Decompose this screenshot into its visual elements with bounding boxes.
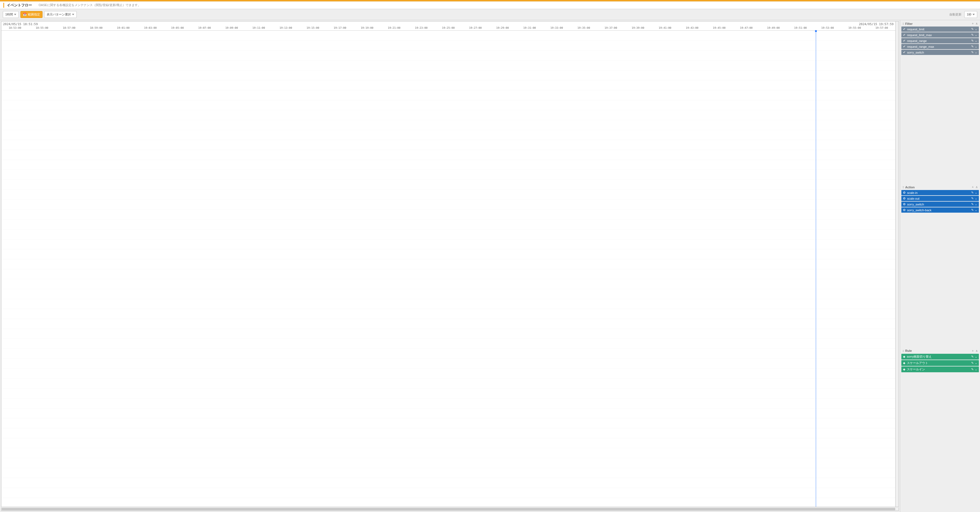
add-icon[interactable]: + — [972, 185, 974, 188]
action-panel: ::: Action + ∧ ✿scale-in✎⌄✿scale-out✎⌄✿s… — [901, 185, 979, 347]
filter-item[interactable]: ✔request_range_max✎⌄ — [901, 44, 979, 49]
filter-item[interactable]: ✔sorry_switch✎⌄ — [901, 50, 979, 55]
timeline-tick: 19:11:00 — [253, 26, 265, 29]
chevron-down-icon[interactable]: ⌄ — [975, 51, 977, 54]
collapse-icon[interactable]: ∧ — [975, 22, 978, 25]
chevron-down-icon[interactable]: ⌄ — [975, 208, 977, 212]
chevron-down-icon[interactable]: ⌄ — [975, 191, 977, 194]
timeline-tick: 19:47:00 — [740, 26, 752, 29]
timeline[interactable]: 2024/05/15 18:51:59 2024/05/15 19:57:59 … — [1, 21, 896, 507]
rule-item[interactable]: ◆sorry画面切り替え✎⌄ — [901, 354, 979, 360]
timeline-tick: 18:55:00 — [36, 26, 48, 29]
timeline-pane: 2024/05/15 18:51:59 2024/05/15 19:57:59 … — [0, 20, 900, 512]
chevron-down-icon[interactable]: ⌄ — [975, 27, 977, 31]
rule-item-label: スケールアウト — [907, 361, 969, 365]
edit-icon[interactable]: ✎ — [971, 368, 974, 371]
filter-panel-header[interactable]: ::: Filter + ∧ — [901, 21, 979, 26]
timeline-tick: 19:05:00 — [171, 26, 184, 29]
collapse-icon[interactable]: ∧ — [975, 349, 978, 352]
action-item-label: scale-in — [907, 191, 969, 195]
page-title: イベントフロー — [7, 3, 32, 8]
timeline-tick: 19:09:00 — [225, 26, 238, 29]
filter-item[interactable]: ✔request_range✎⌄ — [901, 38, 979, 43]
action-panel-title: Action — [905, 186, 969, 189]
filter-item-tools: ✎⌄ — [970, 45, 977, 48]
chevron-down-icon[interactable]: ⌄ — [975, 33, 977, 37]
add-icon[interactable]: + — [972, 22, 974, 25]
action-item-tools: ✎⌄ — [970, 203, 977, 206]
action-item[interactable]: ✿scale-out✎⌄ — [901, 196, 979, 201]
action-item-tools: ✎⌄ — [970, 208, 977, 212]
timeline-start-datetime: 2024/05/15 18:51:59 — [3, 22, 38, 26]
timeline-end-datetime: 2024/05/15 19:57:59 — [859, 22, 894, 26]
edit-icon[interactable]: ✎ — [971, 197, 974, 200]
page-header: イベントフロー OASEに関する各種設定をメンテナンス（閲覧/登録/更新/廃止）… — [0, 2, 980, 9]
filter-item-tools: ✎⌄ — [970, 51, 977, 54]
timeline-tick: 19:25:00 — [442, 26, 455, 29]
drag-handle-icon[interactable]: ::: — [902, 349, 904, 352]
timeline-tick: 19:51:00 — [794, 26, 807, 29]
action-icon: ✿ — [903, 203, 905, 206]
timeline-tick: 19:03:00 — [144, 26, 157, 29]
horizontal-scrollbar-thumb[interactable] — [2, 508, 895, 510]
rule-icon: ◆ — [903, 368, 905, 371]
action-item[interactable]: ✿sorry_switch✎⌄ — [901, 202, 979, 207]
display-pattern-label: 表示パターン選択 — [47, 13, 71, 17]
refresh-interval-select[interactable]: 1秒 — [964, 11, 977, 18]
range-specify-button[interactable]: 📅 範囲指定 — [21, 11, 43, 18]
filter-item-label: request_limit_max — [907, 33, 969, 37]
header-accent — [3, 3, 4, 8]
chevron-down-icon[interactable]: ⌄ — [975, 203, 977, 206]
drag-handle-icon[interactable]: ::: — [902, 186, 904, 188]
vertical-scrollbar[interactable] — [896, 21, 899, 507]
action-item-tools: ✎⌄ — [970, 191, 977, 195]
timeline-tick: 19:01:00 — [117, 26, 130, 29]
add-icon[interactable]: + — [972, 349, 974, 352]
edit-icon[interactable]: ✎ — [971, 39, 974, 42]
chevron-down-icon — [972, 14, 975, 15]
action-item[interactable]: ✿scale-in✎⌄ — [901, 190, 979, 195]
drag-handle-icon[interactable]: ::: — [902, 22, 904, 25]
edit-icon[interactable]: ✎ — [971, 191, 974, 194]
timeline-cursor[interactable] — [816, 31, 816, 507]
edit-icon[interactable]: ✎ — [971, 355, 974, 358]
chevron-down-icon[interactable]: ⌄ — [975, 197, 977, 200]
edit-icon[interactable]: ✎ — [971, 27, 974, 31]
rule-item-tools: ✎⌄ — [970, 361, 977, 365]
rule-item[interactable]: ◆スケールアウト✎⌄ — [901, 360, 979, 366]
edit-icon[interactable]: ✎ — [971, 45, 974, 48]
rule-panel-header[interactable]: ::: Rule + ∧ — [901, 349, 979, 353]
filter-panel-title: Filter — [905, 22, 969, 26]
filter-item[interactable]: ✔request_limit✎⌄ — [901, 27, 979, 32]
timeline-tick: 19:19:00 — [361, 26, 374, 29]
edit-icon[interactable]: ✎ — [971, 33, 974, 37]
timeline-tick: 19:07:00 — [198, 26, 211, 29]
filter-item[interactable]: ✔request_limit_max✎⌄ — [901, 32, 979, 38]
timeline-body[interactable] — [2, 31, 895, 507]
calendar-icon: 📅 — [23, 13, 27, 16]
chevron-down-icon[interactable]: ⌄ — [975, 361, 977, 365]
collapse-icon[interactable]: ∧ — [975, 185, 978, 188]
edit-icon[interactable]: ✎ — [971, 361, 974, 365]
action-panel-header[interactable]: ::: Action + ∧ — [901, 185, 979, 190]
filter-item-label: request_range — [907, 39, 969, 43]
chevron-down-icon[interactable]: ⌄ — [975, 368, 977, 371]
timeline-tick: 19:21:00 — [388, 26, 401, 29]
chevron-down-icon[interactable]: ⌄ — [975, 39, 977, 42]
chevron-down-icon[interactable]: ⌄ — [975, 355, 977, 358]
edit-icon[interactable]: ✎ — [971, 208, 974, 212]
timeline-tick: 19:35:00 — [578, 26, 590, 29]
refresh-interval-label: 1秒 — [967, 13, 972, 17]
rule-item[interactable]: ◆スケールイン✎⌄ — [901, 367, 979, 372]
edit-icon[interactable]: ✎ — [971, 203, 974, 206]
display-pattern-select[interactable]: 表示パターン選択 — [44, 11, 77, 18]
rule-item-tools: ✎⌄ — [970, 368, 977, 371]
chevron-down-icon[interactable]: ⌄ — [975, 45, 977, 48]
action-item[interactable]: ✿sorry_switch-back✎⌄ — [901, 207, 979, 213]
action-icon: ✿ — [903, 197, 905, 200]
horizontal-scrollbar[interactable] — [1, 507, 899, 511]
chevron-down-icon — [14, 14, 16, 15]
time-range-select[interactable]: 1時間 — [3, 11, 19, 18]
edit-icon[interactable]: ✎ — [971, 51, 974, 54]
timeline-tick: 19:39:00 — [632, 26, 644, 29]
